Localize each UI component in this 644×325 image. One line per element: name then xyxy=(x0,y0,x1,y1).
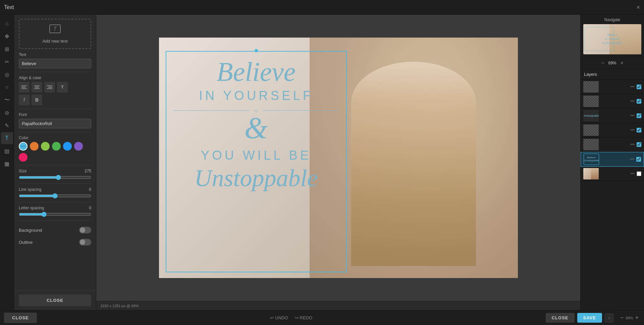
layer-item-2[interactable]: ••• xyxy=(581,94,644,109)
line-spacing-slider[interactable] xyxy=(19,193,91,199)
size-value: 275 xyxy=(85,169,91,173)
icon-bar: ⌂ ✥ ⊞ ✂ ◎ ○ 〜 ⊘ ✎ T ▤ ▦ xyxy=(0,15,14,310)
icon-circle[interactable]: ◎ xyxy=(1,68,13,80)
navigate-preview-text: Believein Yourself& Unstoppable xyxy=(602,33,622,45)
layer-thumb-2 xyxy=(583,96,599,107)
layer-checkbox-2[interactable] xyxy=(637,99,641,104)
top-bar-close[interactable]: × xyxy=(636,4,640,10)
font-label: Font xyxy=(19,112,91,117)
color-swatch-0[interactable] xyxy=(19,142,28,151)
layer-item-1[interactable]: ••• xyxy=(581,80,644,94)
canvas-text-youwillbe: YOU WILL BE xyxy=(173,148,339,163)
letter-spacing-slider[interactable] xyxy=(19,212,91,217)
redo-button[interactable]: ↪ REDO xyxy=(292,314,315,322)
size-label: Size xyxy=(19,169,26,173)
layer-checkbox-3[interactable] xyxy=(637,113,641,118)
save-button[interactable]: SAVE xyxy=(577,313,602,323)
layer-item-7[interactable]: ••• xyxy=(581,167,644,181)
layer-checkbox-1[interactable] xyxy=(637,85,641,89)
navigate-preview: Believein Yourself& Unstoppable xyxy=(583,24,641,54)
icon-wave[interactable]: 〜 xyxy=(1,94,13,106)
align-right-button[interactable] xyxy=(44,82,55,93)
canvas-text-ampersand-section: ◇ & xyxy=(173,108,339,143)
layer-item-4[interactable]: ••• xyxy=(581,123,644,138)
layer-checkbox-5[interactable] xyxy=(637,142,641,147)
icon-pen[interactable]: ✎ xyxy=(1,119,13,131)
layer-more-button-7[interactable]: ••• xyxy=(630,171,635,177)
canvas-text-ampersand: & xyxy=(173,113,339,143)
layer-more-button-4[interactable]: ••• xyxy=(630,127,635,133)
color-swatch-6[interactable] xyxy=(19,153,28,162)
zoom-in-button[interactable]: + xyxy=(619,59,625,67)
zoom-out-button[interactable]: − xyxy=(600,59,605,67)
icon-eyedropper[interactable]: ⊘ xyxy=(1,107,13,119)
layer-item-3[interactable]: Unstoppable ••• xyxy=(581,109,644,123)
bottom-bar: CLOSE ↩ UNDO ↪ REDO CLOSE SAVE › − 69% + xyxy=(0,310,644,325)
canvas-text-inyourself: IN YOURSELF xyxy=(173,89,339,103)
size-slider-row xyxy=(19,175,91,180)
italic-button[interactable]: I xyxy=(19,95,30,105)
left-panel: T Add new text Text Align & case xyxy=(14,15,96,310)
bottom-arrow-button[interactable]: › xyxy=(605,314,613,322)
canvas-text-unstoppable: Unstoppable xyxy=(173,166,339,190)
color-swatch-3[interactable] xyxy=(52,142,61,151)
layer-more-button-5[interactable]: ••• xyxy=(630,142,635,148)
canvas-text-selection[interactable]: Believe IN YOURSELF ◇ & YOU WILL BE Unst… xyxy=(166,51,347,272)
align-left-button[interactable] xyxy=(19,82,30,93)
icon-image[interactable]: ▦ xyxy=(1,158,13,170)
background-toggle-row: Background xyxy=(19,224,91,236)
undo-button[interactable]: ↩ UNDO xyxy=(267,314,290,322)
outline-toggle[interactable] xyxy=(79,239,91,246)
icon-layers[interactable]: ▤ xyxy=(1,145,13,157)
layer-more-button-6[interactable]: ••• xyxy=(629,156,635,162)
canvas-image[interactable]: Believe IN YOURSELF ◇ & YOU WILL BE Unst… xyxy=(159,38,518,278)
bottom-right-controls: CLOSE SAVE › − 69% + xyxy=(546,313,640,323)
color-swatch-2[interactable] xyxy=(41,142,50,151)
layer-more-button-1[interactable]: ••• xyxy=(630,84,635,90)
icon-text-tool[interactable]: T xyxy=(1,132,13,144)
bottom-left-controls: CLOSE xyxy=(4,313,37,323)
canvas-area: Believe IN YOURSELF ◇ & YOU WILL BE Unst… xyxy=(96,15,580,310)
layer-checkbox-4[interactable] xyxy=(637,128,641,132)
color-swatch-5[interactable] xyxy=(74,142,83,151)
bottom-plus-btn[interactable]: + xyxy=(634,314,640,321)
background-toggle[interactable] xyxy=(79,227,91,233)
layer-checkbox-7[interactable] xyxy=(637,171,641,176)
align-case-label: Align & case xyxy=(19,75,91,80)
layer-right-2: ••• xyxy=(630,98,641,104)
add-text-button[interactable]: T Add new text xyxy=(19,19,91,49)
icon-oval[interactable]: ○ xyxy=(1,81,13,93)
arrow-right-icon: › xyxy=(608,315,610,320)
letter-spacing-value: 0 xyxy=(89,206,91,210)
font-input[interactable] xyxy=(19,119,91,128)
bottom-minus-btn[interactable]: − xyxy=(619,314,625,321)
bottom-zoom-label: 69% xyxy=(626,316,633,320)
add-text-icon: T xyxy=(49,24,61,37)
color-swatch-1[interactable] xyxy=(30,142,39,151)
zoom-indicator-row: − 69% + xyxy=(619,314,640,321)
layer-more-button-2[interactable]: ••• xyxy=(630,98,635,104)
icon-scissors[interactable]: ✂ xyxy=(1,56,13,68)
layer-checkbox-6[interactable] xyxy=(636,157,641,162)
icon-crop[interactable]: ⊞ xyxy=(1,43,13,55)
layer-item-6[interactable]: BelieveUnstoppable ••• xyxy=(581,152,644,167)
bottom-close-right-button[interactable]: CLOSE xyxy=(546,313,575,323)
layer-thumb-4 xyxy=(583,124,599,136)
bold-button[interactable]: B xyxy=(32,95,42,105)
transform-case-button[interactable]: T xyxy=(57,82,68,93)
color-swatch-4[interactable] xyxy=(63,142,72,151)
bottom-close-left-button[interactable]: CLOSE xyxy=(4,313,37,323)
layer-right-1: ••• xyxy=(630,84,641,90)
text-input[interactable] xyxy=(19,59,91,68)
layer-more-button-3[interactable]: ••• xyxy=(630,113,635,119)
layer-item-5[interactable]: ••• xyxy=(581,138,644,152)
layers-title: Layers xyxy=(581,69,644,80)
size-slider[interactable] xyxy=(19,175,91,180)
align-center-button[interactable] xyxy=(32,82,42,93)
icon-home[interactable]: ⌂ xyxy=(1,17,13,30)
outline-toggle-row: Outline xyxy=(19,236,91,248)
layers-section: Layers ••• ••• xyxy=(581,69,644,310)
top-bar: Text × xyxy=(0,0,644,15)
panel-close-button[interactable]: CLOSE xyxy=(19,294,91,306)
icon-move[interactable]: ✥ xyxy=(1,30,13,42)
